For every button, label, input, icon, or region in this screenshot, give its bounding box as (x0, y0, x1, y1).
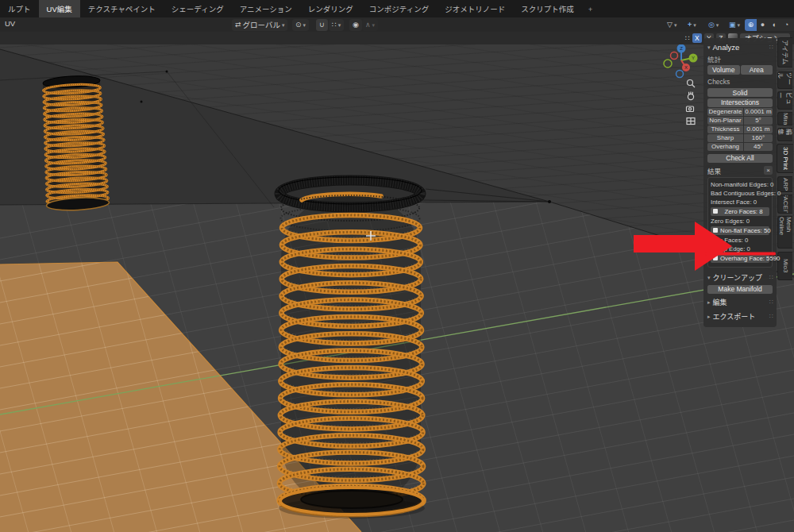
overhang-setting[interactable]: Overhang 45° (707, 143, 773, 151)
result-zero-edges: Zero Edges: 0 (711, 217, 769, 226)
blender-window: ルプト UV編集 テクスチャペイント シェーディング アニメーション レンダリン… (0, 0, 794, 532)
workspace-tab-uv-edit[interactable]: UV編集 (39, 0, 80, 17)
funnel-icon: ▽ (667, 21, 673, 29)
workspace-tab-animation[interactable]: アニメーション (232, 0, 300, 17)
chevron-down-icon: ▾ (282, 22, 285, 28)
result-sharp-edge: Sharp Edge: 0 (711, 245, 769, 253)
non-planar-label: Non-Planar (707, 117, 743, 125)
degenerate-label: Degenerate (707, 108, 743, 116)
chevron-down-icon: ▾ (738, 22, 741, 28)
chevron-down-icon: ▾ (338, 22, 341, 28)
menu-uv[interactable]: UV (5, 19, 15, 28)
face-select-icon (713, 228, 718, 233)
sidebar-tab-view[interactable]: ビュー (777, 91, 792, 110)
overhang-value[interactable]: 45° (744, 143, 773, 151)
result-non-manifold: Non-manifold Edges: 0 (711, 180, 769, 189)
svg-text:Y: Y (692, 56, 695, 60)
workspace-tab-shading[interactable]: シェーディング (164, 0, 232, 17)
sharp-value[interactable]: 160° (744, 134, 773, 142)
gizmo-icon: + (688, 21, 692, 29)
workspace-tab-compositing[interactable]: コンポジティング (361, 0, 437, 17)
snap-toggle[interactable]: ∪ (316, 19, 328, 31)
orientation-icon: ⇄ (235, 21, 241, 29)
thickness-label: Thickness (707, 125, 743, 133)
pivot-icon: ⊙ (295, 21, 302, 29)
transform-orientation-dropdown[interactable]: ⇄ グローバル ▾ (232, 19, 287, 31)
workspace-tab-sculpt[interactable]: ルプト (0, 0, 39, 17)
degenerate-value[interactable]: 0.0001 m (744, 108, 773, 116)
add-workspace-button[interactable]: + (582, 0, 599, 17)
falloff-icon: ∧ (365, 21, 371, 29)
chevron-down-icon: ▾ (707, 275, 711, 280)
falloff-dropdown[interactable]: ∧ ▾ (362, 19, 378, 31)
overlays-dropdown[interactable]: ◎ ▾ (705, 19, 722, 31)
close-icon[interactable]: × (764, 166, 773, 175)
sharp-label: Sharp (707, 134, 743, 142)
mirror-icon[interactable]: ∷ (685, 35, 690, 42)
svg-text:X: X (684, 65, 688, 70)
small-screw-object[interactable] (40, 75, 110, 211)
non-planar-setting[interactable]: Non-Planar 5° (707, 117, 773, 125)
intersections-check-button[interactable]: Intersections (707, 98, 773, 107)
thickness-value[interactable]: 0.001 m (744, 125, 773, 133)
xray-toggle[interactable]: ▣ ▾ (726, 19, 743, 31)
grip-icon: ∷ (769, 274, 773, 281)
volume-button[interactable]: Volume (707, 65, 740, 75)
sidebar-tab-strip: アイテム ツール ビュー Mira 編集 3D Print ARP FACEIT… (777, 0, 794, 532)
result-non-flat-faces-button[interactable]: Non-flat Faces: 50 (711, 226, 769, 235)
sharp-setting[interactable]: Sharp 160° (707, 134, 773, 142)
selectability-dropdown[interactable]: ▽ ▾ (664, 19, 680, 31)
chevron-right-icon: ▸ (707, 314, 711, 319)
large-screw-object[interactable] (279, 177, 425, 519)
chevron-down-icon: ▾ (716, 22, 719, 28)
sidebar-tab-item[interactable]: アイテム (777, 37, 792, 67)
chevron-down-icon: ▾ (693, 22, 696, 28)
gizmos-dropdown[interactable]: + ▾ (684, 19, 700, 31)
edit-label: 編集 (713, 297, 727, 307)
sidebar-tab-faceit[interactable]: FACEIT (777, 195, 792, 214)
results-label: 結果 (707, 166, 721, 175)
area-button[interactable]: Area (741, 65, 773, 75)
snap-target-dropdown[interactable]: ∷ ▾ (329, 19, 344, 31)
pivot-point-dropdown[interactable]: ⊙ ▾ (292, 19, 309, 31)
result-bad-contiguous: Bad Contiguous Edges: 0 (711, 189, 769, 198)
chevron-down-icon: ▾ (372, 22, 376, 28)
overlays-icon: ◎ (708, 21, 715, 29)
sidebar-tab-edit[interactable]: 編集 (777, 128, 792, 141)
sidebar-tab-mira[interactable]: Mira (777, 112, 792, 125)
result-intersect-face: Intersect Face: 0 (711, 198, 769, 206)
statistics-label: 統計 (707, 54, 773, 64)
cleanup-label: クリーンアップ (713, 272, 763, 283)
export-section-header[interactable]: ▸ エクスポート ∷ (707, 311, 773, 322)
make-manifold-button[interactable]: Make Manifold (707, 285, 773, 294)
results-box: Non-manifold Edges: 0 Bad Contiguous Edg… (707, 177, 773, 268)
proportional-edit-toggle[interactable]: ◉ (349, 19, 362, 31)
chevron-down-icon: ▾ (707, 44, 711, 50)
mirror-x-button[interactable]: X (692, 33, 702, 43)
sidebar-tab-3d-print[interactable]: 3D Print (777, 144, 793, 173)
solid-check-button[interactable]: Solid (707, 88, 773, 97)
grip-icon: ∷ (769, 44, 773, 51)
non-planar-value[interactable]: 5° (744, 117, 773, 125)
workspace-tab-rendering[interactable]: レンダリング (300, 0, 361, 17)
workspace-tab-texture-paint[interactable]: テクスチャペイント (80, 0, 164, 17)
sidebar-tab-tool[interactable]: ツール (777, 71, 792, 89)
edit-section-header[interactable]: ▸ 編集 ∷ (707, 297, 773, 308)
shading-wireframe-button[interactable]: ⊕ (745, 19, 757, 31)
3d-viewport[interactable]: ZYX (0, 44, 794, 532)
thickness-setting[interactable]: Thickness 0.001 m (707, 125, 773, 133)
panel-title: Analyze (713, 43, 740, 52)
workspace-tab-scripting[interactable]: スクリプト作成 (513, 0, 582, 17)
analyze-panel-header[interactable]: ▾ Analyze ∷ (707, 41, 773, 52)
result-overhang-face-button[interactable]: Overhang Face: 5590 (711, 254, 769, 263)
cleanup-section-header[interactable]: ▾ クリーンアップ ∷ (707, 272, 773, 283)
grip-icon: ∷ (769, 313, 773, 320)
result-zero-faces-button[interactable]: Zero Faces: 8 (711, 207, 769, 216)
3d-print-toolbox-panel: ▾ Analyze ∷ 統計 Volume Area Checks Solid … (703, 38, 777, 327)
shading-solid-button[interactable]: ● (757, 19, 769, 31)
workspace-tab-geometry-nodes[interactable]: ジオメトリノード (437, 0, 513, 17)
degenerate-setting[interactable]: Degenerate 0.0001 m (707, 108, 773, 116)
check-all-button[interactable]: Check All (707, 154, 773, 163)
sidebar-tab-mesh-online[interactable]: Mesh Online (777, 216, 792, 249)
overhang-label: Overhang (707, 143, 743, 151)
